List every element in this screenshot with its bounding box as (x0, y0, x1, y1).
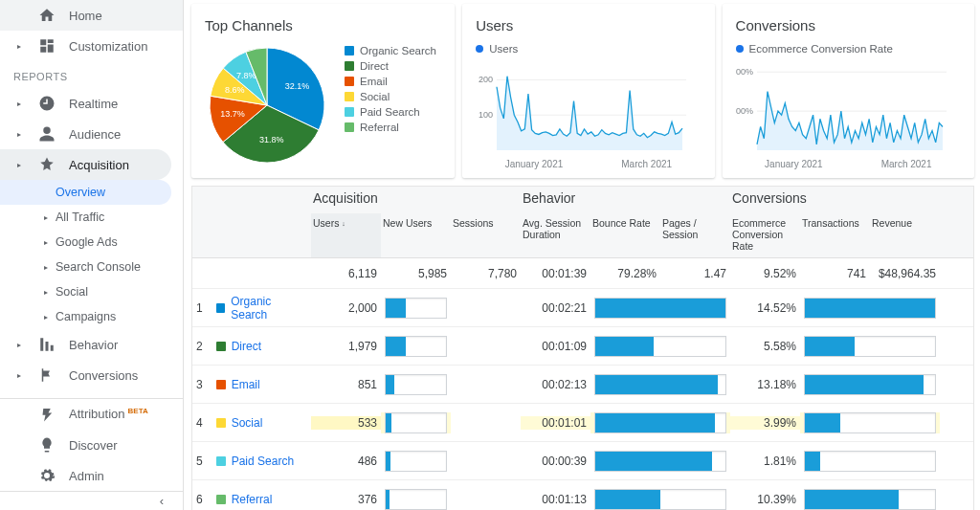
col-header[interactable]: Users ↓ (311, 213, 381, 257)
col-header[interactable]: Pages / Session (660, 213, 730, 257)
sidebar: Home▸Customization REPORTS ▸Realtime▸Aud… (0, 0, 184, 510)
table-row[interactable]: 3Email85100:02:1313.18% (192, 366, 973, 404)
nav-behavior[interactable]: ▸Behavior (0, 329, 183, 360)
nav-admin[interactable]: Admin (0, 460, 183, 491)
dimension-link[interactable]: Referral (232, 493, 273, 506)
nav-customization[interactable]: ▸Customization (0, 31, 183, 61)
col-header[interactable]: Avg. Session Duration (521, 213, 590, 257)
svg-text:8.6%: 8.6% (225, 85, 245, 95)
nav-audience[interactable]: ▸Audience (0, 119, 183, 149)
table-row[interactable]: 5Paid Search48600:00:391.81% (192, 442, 973, 480)
chevron-right-icon: ▸ (13, 42, 25, 51)
person-icon (38, 125, 56, 143)
nav-sub-search-console[interactable]: ▸Search Console (0, 255, 183, 279)
svg-text:13.7%: 13.7% (220, 109, 245, 119)
svg-text:7.8%: 7.8% (236, 71, 256, 80)
nav-sub-all-traffic[interactable]: ▸All Traffic (0, 205, 183, 230)
chevron-right-icon: ▸ (44, 313, 50, 322)
svg-text:200: 200 (479, 75, 493, 84)
swatch-icon (345, 107, 354, 117)
col-group-behavior: Behavior (521, 187, 730, 213)
swatch-icon (216, 418, 226, 428)
dimension-link[interactable]: Social (232, 416, 263, 430)
col-header[interactable]: Ecommerce Conversion Rate (730, 213, 800, 257)
nav-realtime[interactable]: ▸Realtime (0, 88, 183, 119)
card-users: Users Users 200100 January 2021March 202… (462, 4, 714, 178)
table-row[interactable]: 4Social53300:01:013.99% (192, 404, 973, 442)
gear-icon (38, 467, 56, 484)
nav-discover[interactable]: Discover (0, 430, 183, 460)
swatch-icon (216, 380, 226, 389)
nav-conversions[interactable]: ▸Conversions (0, 360, 183, 390)
swatch-icon (216, 456, 226, 466)
nav-sub-social[interactable]: ▸Social (0, 279, 183, 304)
svg-text:31.8%: 31.8% (259, 135, 284, 144)
nav-label: Audience (69, 127, 121, 142)
chevron-right-icon: ▸ (13, 100, 25, 108)
swatch-icon (345, 61, 354, 71)
table-row[interactable]: 1Organic Search2,00000:02:2114.52% (192, 289, 973, 327)
attribution-icon (38, 406, 56, 423)
conversions-line-chart: 40.00%20.00% (736, 58, 961, 157)
channels-table: Acquisition Behavior Conversions Users ↓… (191, 186, 974, 510)
col-header[interactable]: New Users (381, 213, 451, 257)
chevron-right-icon: ▸ (13, 341, 25, 349)
nav-label: Discover (69, 438, 118, 453)
dimension-link[interactable]: Organic Search (231, 295, 307, 322)
legend-item[interactable]: Direct (345, 58, 436, 74)
col-group-acquisition: Acquisition (311, 187, 521, 213)
table-row[interactable]: 6Referral37600:01:1310.39% (192, 480, 973, 510)
card-title: Top Channels (205, 17, 441, 33)
dot-icon (736, 45, 744, 53)
chevron-right-icon: ▸ (13, 371, 25, 380)
nav-label: Customization (69, 39, 147, 54)
nav-attribution[interactable]: AttributionBETA (0, 399, 183, 430)
nav-sub-campaigns[interactable]: ▸Campaigns (0, 304, 183, 329)
chevron-right-icon: ▸ (13, 161, 25, 169)
nav-label: Conversions (69, 368, 138, 383)
dimension-link[interactable]: Paid Search (232, 455, 294, 468)
svg-text:100: 100 (479, 110, 493, 120)
col-header[interactable]: Bounce Rate (590, 213, 660, 257)
col-header[interactable]: Transactions (800, 213, 870, 257)
flag-icon (38, 366, 56, 384)
col-header[interactable]: Sessions (451, 213, 521, 257)
nav-sub-overview[interactable]: Overview (0, 180, 171, 205)
home-icon (38, 7, 56, 24)
swatch-icon (216, 342, 226, 351)
swatch-icon (216, 303, 226, 313)
swatch-icon (345, 46, 354, 55)
nav-sub-google-ads[interactable]: ▸Google Ads (0, 230, 183, 255)
acq-icon (38, 156, 56, 173)
dimension-link[interactable]: Email (232, 378, 260, 391)
collapse-sidebar-button[interactable]: ‹ (0, 491, 183, 510)
chevron-right-icon: ▸ (44, 288, 50, 297)
legend-item[interactable]: Organic Search (345, 43, 436, 58)
card-conversions: Conversions Ecommerce Conversion Rate 40… (723, 4, 974, 178)
dimension-link[interactable]: Direct (232, 340, 261, 353)
legend-item[interactable]: Email (345, 74, 436, 89)
chevron-right-icon: ▸ (44, 238, 50, 247)
discover-icon (38, 436, 56, 454)
nav-label: AttributionBETA (69, 407, 148, 421)
pie-chart: 32.1%31.8%13.7%8.6%7.8% (205, 43, 329, 170)
legend-item[interactable]: Social (345, 89, 436, 104)
nav-home[interactable]: Home (0, 0, 183, 31)
table-totals-row: 6,1195,9857,78000:01:3979.28%1.479.52%74… (192, 258, 973, 289)
col-header[interactable]: Revenue (870, 213, 940, 257)
behavior-icon (38, 336, 56, 353)
svg-text:40.00%: 40.00% (736, 67, 753, 77)
nav-label: Admin (69, 469, 104, 483)
col-group-conversions: Conversions (730, 187, 940, 213)
legend-item[interactable]: Paid Search (345, 104, 436, 120)
nav-acquisition[interactable]: ▸Acquisition (0, 149, 171, 180)
card-top-channels: Top Channels 32.1%31.8%13.7%8.6%7.8% Org… (191, 4, 455, 178)
pie-legend: Organic SearchDirectEmailSocialPaid Sear… (345, 43, 436, 135)
main-content: Top Channels 32.1%31.8%13.7%8.6%7.8% Org… (184, 0, 980, 510)
nav-reports-heading: REPORTS (0, 61, 183, 88)
legend-item[interactable]: Referral (345, 120, 436, 135)
card-title: Conversions (736, 17, 961, 33)
nav-label: Behavior (69, 338, 118, 352)
chevron-left-icon: ‹ (160, 494, 164, 508)
table-row[interactable]: 2Direct1,97900:01:095.58% (192, 327, 973, 366)
